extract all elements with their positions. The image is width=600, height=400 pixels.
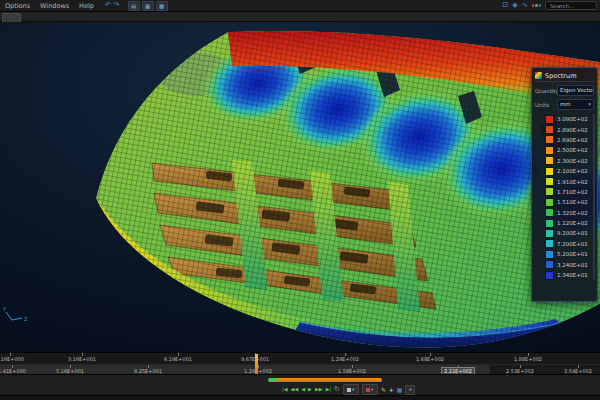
quantity-label: Quantity — [535, 88, 555, 94]
search-input[interactable] — [545, 1, 597, 10]
spectrum-panel: Spectrum Quantity Eigen Vector (Mode 5 U… — [531, 67, 598, 302]
legend-entry: 2.500E+02 — [545, 145, 594, 155]
record-dropdown[interactable]: ▾ — [362, 384, 378, 395]
quantity-dropdown[interactable]: Eigen Vector (Mode 5 — [557, 85, 594, 96]
axis-z-label: Z — [24, 316, 28, 322]
timeline-tick[interactable]: 3.16E+001 — [68, 356, 96, 362]
legend-swatch — [545, 198, 554, 207]
menu-options[interactable]: Options — [0, 2, 35, 10]
legend-swatch — [545, 115, 554, 124]
menu-help[interactable]: Help — [74, 2, 99, 10]
legend-value: 1.120E+02 — [557, 220, 588, 226]
legend-value: 1.510E+02 — [557, 199, 588, 205]
last-frame-button[interactable]: ▶| — [326, 385, 332, 394]
legend-value: 1.910E+02 — [557, 179, 588, 185]
table-view-button[interactable]: ▦ — [397, 385, 403, 394]
fit-view-icon[interactable]: ⊡ — [502, 1, 508, 10]
media-buttons: |◀◀◀◀▶▶▶▶| — [282, 385, 331, 394]
entity-tree-icon[interactable] — [532, 4, 542, 7]
redo-icon[interactable]: ↷ — [114, 1, 120, 10]
legend-swatch — [545, 229, 554, 238]
legend-swatch — [545, 125, 554, 134]
edit-button[interactable]: ✎ — [381, 385, 386, 394]
menubar: OptionsWindowsHelp ↶ ↷ ▤ ▦ ▩ ⊡ ◈ ∿ — [0, 0, 600, 12]
curve-icon[interactable]: ∿ — [522, 1, 528, 10]
animation-mode-dropdown[interactable]: ▾ — [343, 384, 359, 395]
legend-swatch — [545, 156, 554, 165]
slider-fill — [278, 378, 382, 382]
spectrum-icon — [535, 72, 542, 79]
legend-swatch — [545, 177, 554, 186]
legend-entry: 1.510E+02 — [545, 197, 594, 207]
app-window: OptionsWindowsHelp ↶ ↷ ▤ ▦ ▩ ⊡ ◈ ∿ — [0, 0, 600, 400]
legend-swatch — [545, 135, 554, 144]
legend-swatch — [545, 260, 554, 269]
step-back-button[interactable]: ◀ — [301, 385, 305, 394]
units-label: Units — [535, 102, 555, 108]
fast-rewind-button[interactable]: ◀◀ — [291, 385, 299, 394]
fast-forward-button[interactable]: ▶▶ — [315, 385, 323, 394]
menu-windows[interactable]: Windows — [35, 2, 74, 10]
timeline-row-a: 1.16E+0003.16E+0016.19E+0019.67E+0011.29… — [0, 353, 600, 364]
status-bar — [0, 395, 600, 400]
legend-value: 1.340E+01 — [557, 272, 588, 278]
legend-value: 7.200E+01 — [557, 241, 588, 247]
layout-icon[interactable]: ▩ — [156, 1, 168, 11]
legend-entry: 2.100E+02 — [545, 166, 594, 176]
legend-swatch — [545, 187, 554, 196]
legend-value: 2.500E+02 — [557, 147, 588, 153]
legend-value: 9.200E+01 — [557, 230, 588, 236]
legend-entry: 1.340E+01 — [545, 270, 594, 280]
units-dropdown[interactable]: mm▾ — [557, 99, 594, 110]
slider-handle[interactable] — [268, 378, 278, 382]
legend-swatch — [545, 146, 554, 155]
legend-value: 2.300E+02 — [557, 158, 588, 164]
legend-swatch — [545, 219, 554, 228]
legend-entry: 2.890E+02 — [545, 124, 594, 134]
legend-swatch — [545, 250, 554, 259]
loop-button[interactable]: ↻ — [334, 385, 339, 394]
timeline-cursor[interactable] — [255, 354, 258, 374]
play-button[interactable]: ▶ — [308, 385, 312, 394]
open-model-icon[interactable]: ▤ — [128, 1, 140, 11]
menubar-items: OptionsWindowsHelp — [0, 2, 99, 10]
legend-value: 1.710E+02 — [557, 189, 588, 195]
legend-value: 3.090E+02 — [557, 116, 588, 122]
legend-swatch — [545, 208, 554, 217]
render-mode-icon[interactable]: ◈ — [512, 1, 517, 10]
legend-swatch — [545, 271, 554, 280]
legend-entry: 1.320E+02 — [545, 208, 594, 218]
spectrum-legend: 3.090E+022.890E+022.690E+022.500E+022.30… — [535, 114, 594, 280]
legend-scrollbar[interactable] — [593, 114, 595, 280]
fea-model-canvas[interactable]: Y Z — [0, 22, 600, 352]
animation-controls: |◀◀◀◀▶▶▶▶| ↻ ▾ ▾ ✎+▦ ▾ — [0, 374, 600, 396]
timeline-ruler[interactable]: 1.16E+0003.16E+0016.19E+0019.67E+0011.29… — [0, 352, 600, 375]
spectrum-title: Spectrum — [545, 72, 577, 80]
viewport-tab[interactable] — [2, 13, 21, 22]
legend-value: 5.200E+01 — [557, 251, 588, 257]
legend-entry: 3.090E+02 — [545, 114, 594, 124]
tab-strip — [0, 12, 600, 22]
more-options-button[interactable]: ▾ — [405, 385, 415, 395]
legend-entry: 9.200E+01 — [545, 228, 594, 238]
first-frame-button[interactable]: |◀ — [282, 385, 288, 394]
legend-entry: 5.200E+01 — [545, 249, 594, 259]
legend-value: 3.240E+01 — [557, 262, 588, 268]
timeline-tick[interactable]: 6.19E+001 — [164, 356, 192, 362]
legend-entry: 2.690E+02 — [545, 135, 594, 145]
timeline-tick[interactable]: 1.68E+002 — [416, 356, 444, 362]
add-button[interactable]: + — [389, 385, 394, 394]
animation-progress-slider[interactable] — [268, 378, 382, 382]
viewport-3d[interactable]: Y Z — [0, 22, 600, 352]
save-session-icon[interactable]: ▦ — [142, 1, 154, 11]
anim-tools: ✎+▦ — [381, 385, 403, 394]
timeline-tick[interactable]: 1.16E+000 — [0, 356, 24, 362]
legend-entry: 7.200E+01 — [545, 239, 594, 249]
legend-swatch — [545, 167, 554, 176]
undo-icon[interactable]: ↶ — [105, 1, 111, 10]
timeline-tick[interactable]: 1.29E+002 — [331, 356, 359, 362]
legend-entry: 1.710E+02 — [545, 187, 594, 197]
timeline-tick[interactable]: 1.88E+002 — [514, 356, 542, 362]
legend-value: 1.320E+02 — [557, 210, 588, 216]
legend-value: 2.690E+02 — [557, 137, 588, 143]
